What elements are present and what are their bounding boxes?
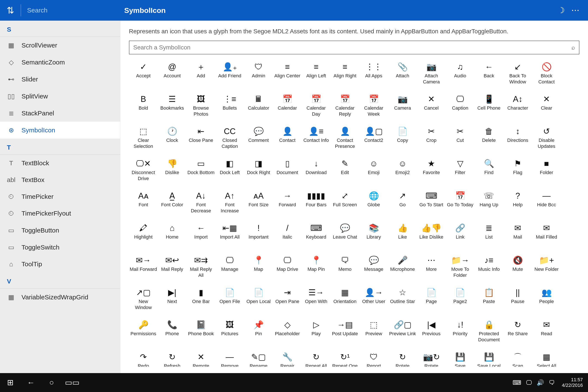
symbol-disable-updates[interactable]: ↺Disable Updates xyxy=(532,123,561,156)
symbol-new-folder[interactable]: 📁+New Folder xyxy=(532,252,561,284)
sidebar-item-scrollviewer[interactable]: ▦ScrollViewer xyxy=(0,37,120,54)
symbol-refresh[interactable]: ↻Refresh xyxy=(158,349,186,367)
symbol-rotate[interactable]: ↻Rotate xyxy=(388,349,417,367)
tray-icon-0[interactable]: ⌨ xyxy=(512,379,521,386)
sidebar-item-slider[interactable]: ⊷Slider xyxy=(0,71,120,88)
symbol-save-local[interactable]: 💾Save Local xyxy=(474,349,503,367)
symbol-go[interactable]: ↗Go xyxy=(388,188,417,220)
symbol-open-local[interactable]: 📄Open Local xyxy=(244,284,273,316)
symbol-go-to-start[interactable]: ⌨Go To Start xyxy=(417,188,446,220)
sidebar-search-placeholder[interactable]: Search xyxy=(21,7,120,14)
symbol-cell-phone[interactable]: 📱Cell Phone xyxy=(474,91,503,123)
symbol-repeat-all[interactable]: ↻Repeat All xyxy=(302,349,330,367)
symbol-protected-document[interactable]: 🔒Protected Document xyxy=(474,316,503,349)
symbol-paste[interactable]: 📋Paste xyxy=(474,284,503,316)
symbol-back-to-window[interactable]: ↙Back To Window xyxy=(503,59,532,91)
symbol-mute[interactable]: 🔇Mute xyxy=(503,252,532,284)
symbol-calendar-week[interactable]: 📅Calendar Week xyxy=(359,91,388,123)
symbol-align-left[interactable]: ≡Align Left xyxy=(302,59,330,91)
symbol-attach[interactable]: 📎Attach xyxy=(388,59,417,91)
symbol-font-size[interactable]: ᴀAFont Size xyxy=(244,188,273,220)
symbol-preview-link[interactable]: 🔗▢Preview Link xyxy=(388,316,417,349)
symbol-remote[interactable]: ✕Remote xyxy=(186,349,215,367)
symbol-globe[interactable]: 🌐Globe xyxy=(359,188,388,220)
symbol-repair[interactable]: 🔧Repair xyxy=(273,349,302,367)
symbol-mail-forward[interactable]: ✉→Mail Forward xyxy=(129,252,158,284)
symbol-italic[interactable]: /Italic xyxy=(273,220,302,252)
symbol-repeat-one[interactable]: ↻¹Repeat One xyxy=(330,349,359,367)
symbol-bold[interactable]: BBold xyxy=(129,91,158,123)
symbol-keyboard[interactable]: ⌨Keyboard xyxy=(302,220,330,252)
symbol-search-input[interactable] xyxy=(133,44,572,51)
symbol-contact2[interactable]: 👤▢Contact2 xyxy=(359,123,388,156)
symbol-message[interactable]: 💬Message xyxy=(359,252,388,284)
sidebar-item-textbox[interactable]: ablTextBox xyxy=(0,172,120,188)
symbol-pause[interactable]: ||Pause xyxy=(503,284,532,316)
symbol-select-all[interactable]: ▦Select All xyxy=(532,349,561,367)
symbol-rotate[interactable]: 📷↻Rotate xyxy=(417,349,446,367)
symbol-mail-filled[interactable]: ✉Mail Filled xyxy=(532,220,561,252)
symbol-closed-caption[interactable]: CCClosed Caption xyxy=(215,123,244,156)
symbol-clock[interactable]: 🕐Clock xyxy=(158,123,186,156)
symbol-preview[interactable]: ⬚Preview xyxy=(359,316,388,349)
symbol-cut[interactable]: ✂Cut xyxy=(446,123,474,156)
symbol-font[interactable]: AᴀFont xyxy=(129,188,158,220)
symbol-mail[interactable]: ✉Mail xyxy=(503,220,532,252)
symbol-orientation[interactable]: ▦Orientation xyxy=(330,284,359,316)
symbol-more[interactable]: ⋯More xyxy=(417,252,446,284)
symbol-character[interactable]: A↕Character xyxy=(503,91,532,123)
taskbar-clock[interactable]: 11:574/22/2016 xyxy=(560,377,583,388)
symbol-four-bars[interactable]: ▮▮▮▮Four Bars xyxy=(302,188,330,220)
symbol-remove[interactable]: —Remove xyxy=(215,349,244,367)
sidebar-item-timepicker[interactable]: ⏲TimePicker xyxy=(0,188,120,205)
symbol-flag[interactable]: ⚑Flag xyxy=(503,156,532,188)
symbol-pin[interactable]: 📌Pin xyxy=(244,316,273,349)
sidebar-item-tooltip[interactable]: ⌂ToolTip xyxy=(0,256,120,272)
sidebar-item-timepickerflyout[interactable]: ⏲TimePickerFlyout xyxy=(0,205,120,222)
symbol-phone[interactable]: 📞Phone xyxy=(158,316,186,349)
symbol-block-contact[interactable]: 🚫Block Contact xyxy=(532,59,561,91)
symbol-dock-left[interactable]: ◧Dock Left xyxy=(215,156,244,188)
symbol-library[interactable]: 📚Library xyxy=(359,220,388,252)
symbol-dock-bottom[interactable]: ▭Dock Bottom xyxy=(186,156,215,188)
symbol-music-info[interactable]: ♪≡Music Info xyxy=(474,252,503,284)
symbol-find[interactable]: 🔍Find xyxy=(474,156,503,188)
symbol-other-user[interactable]: 👤→Other User xyxy=(359,284,388,316)
symbol-map-pin[interactable]: 📍Map Pin xyxy=(302,252,330,284)
symbol-manage[interactable]: 🖵Manage xyxy=(215,252,244,284)
symbol-go-to-today[interactable]: 📅Go To Today xyxy=(446,188,474,220)
symbol-delete[interactable]: 🗑Delete xyxy=(474,123,503,156)
symbol-report[interactable]: 🛡Report xyxy=(359,349,388,367)
symbol-forward[interactable]: →Forward xyxy=(273,188,302,220)
symbol-dock-right[interactable]: ◨Dock Right xyxy=(244,156,273,188)
symbol-cancel[interactable]: ✕Cancel xyxy=(417,91,446,123)
sidebar-item-splitview[interactable]: ▯▯SplitView xyxy=(0,88,120,105)
symbol-edit[interactable]: ✎Edit xyxy=(330,156,359,188)
symbol-like-dislike[interactable]: 👍👎Like Dislike xyxy=(417,220,446,252)
symbol-document[interactable]: ▯Document xyxy=(273,156,302,188)
symbol-open-with[interactable]: ☰→Open With xyxy=(302,284,330,316)
symbol-priority[interactable]: ↓!Priority xyxy=(446,316,474,349)
tray-icon-1[interactable]: 🖵 xyxy=(526,379,532,386)
symbol-import-all[interactable]: ⇤▦Import All xyxy=(215,220,244,252)
symbol-re-share[interactable]: ↻Re Share xyxy=(503,316,532,349)
symbol-help[interactable]: ?Help xyxy=(503,188,532,220)
symbol-copy[interactable]: 📄Copy xyxy=(388,123,417,156)
symbol-calendar-day[interactable]: 📅Calendar Day xyxy=(302,91,330,123)
symbol-add[interactable]: ＋Add xyxy=(186,59,215,91)
symbol-browse-photos[interactable]: 🖼Browse Photos xyxy=(186,91,215,123)
symbol-link[interactable]: 🔗Link xyxy=(446,220,474,252)
sidebar-item-symbolicon[interactable]: ⊛SymbolIcon xyxy=(0,122,120,138)
symbol-microphone[interactable]: 🎤Microphone xyxy=(388,252,417,284)
symbol-contact-presence[interactable]: 👤Contact Presence xyxy=(330,123,359,156)
symbol-all-apps[interactable]: ⋮⋮All Apps xyxy=(359,59,388,91)
symbol-clear[interactable]: ✕Clear xyxy=(532,91,561,123)
symbol-like[interactable]: 👍Like xyxy=(388,220,417,252)
symbol-align-right[interactable]: ≡Align Right xyxy=(330,59,359,91)
symbol-dislike[interactable]: 👎Dislike xyxy=(158,156,186,188)
sidebar-item-stackpanel[interactable]: ≣StackPanel xyxy=(0,105,120,122)
symbol-audio[interactable]: ♫Audio xyxy=(446,59,474,91)
symbol-map[interactable]: 📍Map xyxy=(244,252,273,284)
symbol-map-drive[interactable]: 🖵Map Drive xyxy=(273,252,302,284)
sidebar-item-textblock[interactable]: TTextBlock xyxy=(0,155,120,172)
